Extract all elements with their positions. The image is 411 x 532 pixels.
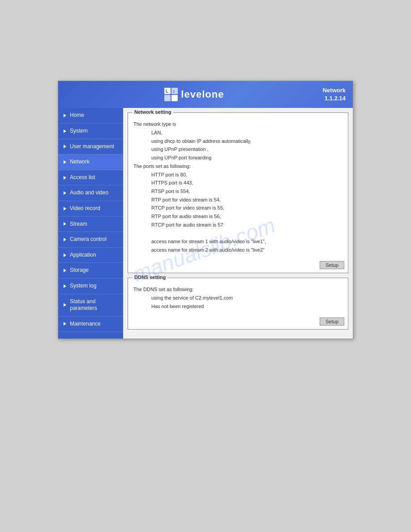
network-setup-btn-row: Setup (128, 259, 348, 273)
logo-area: L 1 levelone (65, 87, 323, 102)
network-setting-section: Network setting The network type is LAN,… (128, 112, 348, 273)
logo-text: levelone (181, 89, 224, 100)
ns-line-13 (133, 229, 342, 237)
sidebar-item-maintenance[interactable]: Maintenance (58, 317, 123, 332)
sidebar-item-label: Audio and video (70, 189, 108, 197)
chevron-right-icon (64, 160, 67, 164)
sidebar-item-camera-control[interactable]: Camera control (58, 232, 123, 248)
sidebar-item-label: System log (70, 283, 96, 290)
ddns-setup-btn-row: Setup (128, 316, 348, 329)
ns-line-5: The ports set as following: (133, 162, 342, 171)
network-setting-content: The network type is LAN, using dhcp to o… (128, 113, 348, 259)
svg-rect-2 (164, 95, 171, 101)
sidebar-item-audio-and-video[interactable]: Audio and video (58, 185, 123, 201)
page-title: Network (323, 86, 346, 94)
ddns-line-2: Has not been registered (133, 302, 342, 311)
ns-line-8: RTSP port is 554, (133, 187, 342, 196)
logo-icon: L 1 (164, 87, 178, 102)
ns-line-6: HTTP port is 80, (133, 171, 342, 179)
ns-line-4: using UPnP port forwarding (133, 154, 342, 162)
sidebar-item-label: User management (70, 143, 114, 150)
ns-line-11: RTP port for audio stream is 56, (133, 212, 342, 221)
chevron-right-icon (64, 269, 67, 272)
ns-line-14: access name for stream 1 with audio/vide… (133, 237, 342, 246)
chevron-right-icon (64, 129, 67, 133)
sidebar-item-label: Home (70, 112, 84, 119)
ns-line-12: RTCP port for audio stream is 57 (133, 221, 342, 229)
sidebar-item-user-management[interactable]: User management (58, 139, 123, 155)
ddns-line-0: The DDNS set as following: (133, 285, 342, 294)
ns-line-9: RTP port for video stream is 54, (133, 196, 342, 204)
header: L 1 levelone Network 1.1.2.14 (58, 81, 353, 108)
sidebar: HomeSystemUser managementNetworkAccess l… (58, 108, 123, 339)
chevron-right-icon (64, 207, 67, 210)
sidebar-item-label: Access list (70, 174, 95, 181)
version: 1.1.2.14 (323, 94, 346, 103)
sidebar-item-access-list[interactable]: Access list (58, 170, 123, 186)
ns-line-15: access name for stream 2 with audio/vide… (133, 246, 342, 254)
ddns-setting-section: DDNS setting The DDNS set as following: … (128, 278, 348, 330)
chevron-right-icon (64, 303, 67, 307)
svg-text:L: L (166, 89, 168, 94)
sidebar-item-system[interactable]: System (58, 124, 123, 139)
network-setting-title: Network setting (133, 109, 173, 115)
chevron-right-icon (64, 145, 67, 148)
sidebar-item-label: Network (70, 159, 90, 166)
svg-rect-3 (171, 95, 178, 101)
ns-line-0: The network type is (133, 120, 342, 129)
sidebar-item-label: Status and parameters (70, 298, 118, 312)
header-info: Network 1.1.2.14 (323, 86, 346, 103)
chevron-right-icon (64, 322, 67, 326)
chevron-right-icon (64, 191, 67, 195)
sidebar-item-label: Stream (70, 221, 87, 228)
sidebar-item-storage[interactable]: Storage (58, 263, 123, 279)
sidebar-item-application[interactable]: Application (58, 248, 123, 263)
sidebar-item-system-log[interactable]: System log (58, 279, 123, 294)
ns-line-1: LAN, (133, 129, 342, 137)
ns-line-7: HTTPS port is 443, (133, 179, 342, 187)
network-setup-button[interactable]: Setup (320, 261, 344, 269)
sidebar-item-label: Maintenance (70, 321, 101, 328)
sidebar-item-label: Video record (70, 205, 100, 212)
sidebar-item-stream[interactable]: Stream (58, 217, 123, 232)
chevron-right-icon (64, 176, 67, 180)
ns-line-2: using dhcp to obtain IP address automati… (133, 137, 342, 146)
sidebar-item-label: System (70, 128, 88, 135)
ddns-setup-button[interactable]: Setup (320, 317, 344, 326)
chevron-right-icon (64, 253, 67, 257)
ns-line-3: using UPnP presentation , (133, 145, 342, 154)
sidebar-item-label: Storage (70, 267, 89, 274)
sidebar-item-status-and-parameters[interactable]: Status and parameters (58, 294, 123, 317)
ddns-setting-content: The DDNS set as following: using the ser… (128, 278, 348, 316)
ddns-setting-title: DDNS setting (133, 275, 167, 280)
sidebar-item-label: Camera control (70, 236, 107, 243)
chevron-right-icon (64, 284, 67, 288)
sidebar-item-video-record[interactable]: Video record (58, 201, 123, 217)
chevron-right-icon (64, 222, 67, 226)
ddns-line-1: using the service of C2.mylevel1.com (133, 294, 342, 302)
chevron-right-icon (64, 114, 67, 117)
sidebar-item-home[interactable]: Home (58, 108, 123, 124)
svg-text:1: 1 (173, 90, 175, 94)
chevron-right-icon (64, 238, 67, 241)
content-area: Network setting The network type is LAN,… (123, 108, 353, 339)
sidebar-item-label: Application (70, 252, 96, 259)
ns-line-10: RTCP port for video stream is 55, (133, 204, 342, 212)
sidebar-item-network[interactable]: Network (58, 154, 123, 170)
